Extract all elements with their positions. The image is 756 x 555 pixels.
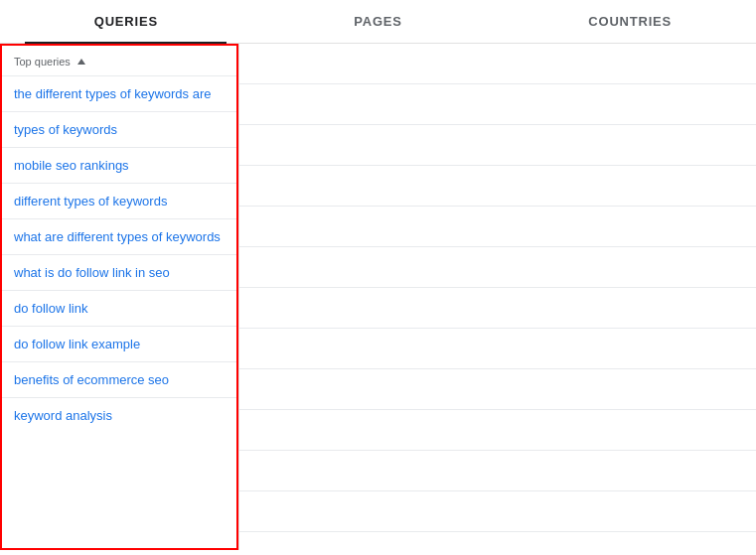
row-line (239, 166, 756, 207)
row-line (239, 125, 756, 166)
query-item[interactable]: do follow link example (2, 326, 236, 361)
query-item[interactable]: what is do follow link in seo (2, 254, 236, 290)
right-panel (238, 44, 756, 550)
query-item[interactable]: benefits of ecommerce seo (2, 361, 236, 397)
row-line (239, 410, 756, 451)
query-item[interactable]: the different types of keywords are (2, 75, 236, 111)
query-item[interactable]: types of keywords (2, 111, 236, 147)
row-line (239, 247, 756, 288)
query-item[interactable]: what are different types of keywords (2, 218, 236, 254)
query-item[interactable]: mobile seo rankings (2, 147, 236, 183)
row-line (239, 44, 756, 84)
query-item[interactable]: different types of keywords (2, 183, 236, 218)
row-line (239, 369, 756, 410)
content-area: Top queries the different types of keywo… (0, 44, 756, 550)
tab-countries[interactable]: COUNTRIES (504, 0, 756, 43)
query-item[interactable]: keyword analysis (2, 397, 236, 433)
top-queries-header: Top queries (2, 46, 236, 75)
sort-arrow-icon[interactable] (77, 59, 85, 65)
tab-queries[interactable]: QUERIES (0, 0, 252, 43)
row-line (239, 84, 756, 125)
tab-pages[interactable]: PAGES (252, 0, 505, 43)
row-line (239, 207, 756, 247)
row-line (239, 288, 756, 329)
row-line (239, 491, 756, 532)
query-item[interactable]: do follow link (2, 290, 236, 326)
queries-panel: Top queries the different types of keywo… (0, 44, 238, 550)
row-line (239, 451, 756, 491)
row-line (239, 329, 756, 369)
tabs-bar: QUERIES PAGES COUNTRIES (0, 0, 756, 44)
